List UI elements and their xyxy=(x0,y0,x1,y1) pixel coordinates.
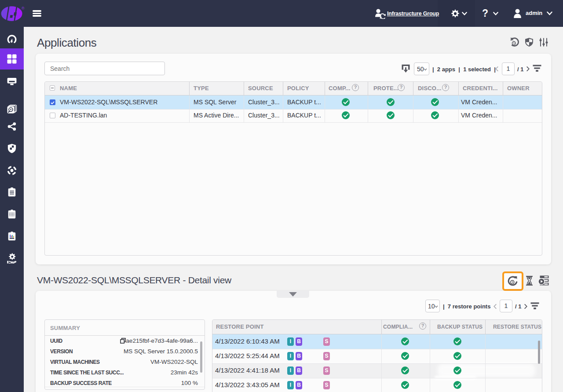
svg-text:®: ® xyxy=(22,6,25,11)
